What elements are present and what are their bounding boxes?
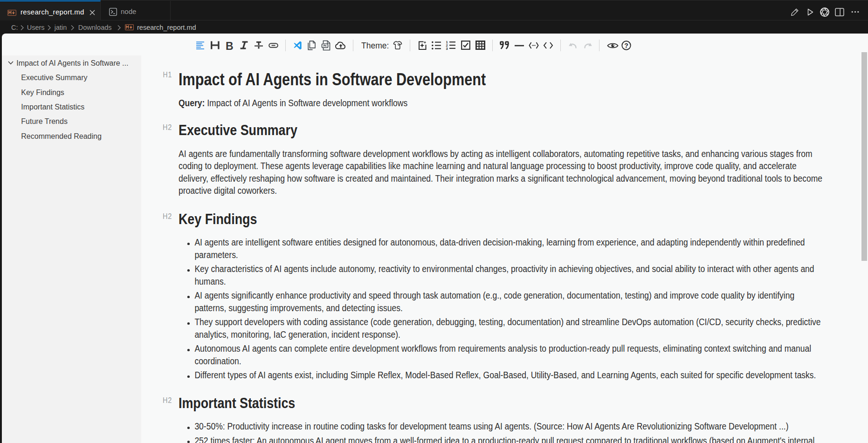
svg-text:3: 3 — [446, 47, 448, 50]
svg-text:?: ? — [624, 42, 628, 49]
